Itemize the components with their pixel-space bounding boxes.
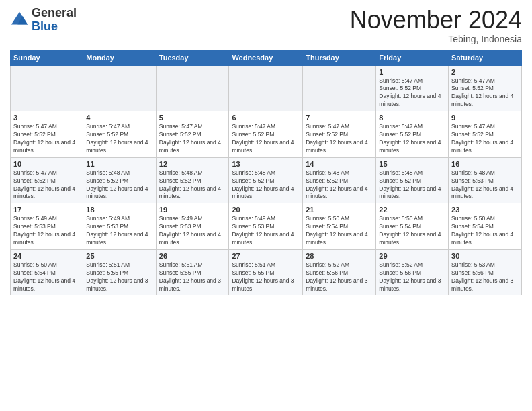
day-number: 9 xyxy=(451,113,519,122)
calendar-cell: 12Sunrise: 5:48 AMSunset: 5:52 PMDayligh… xyxy=(156,157,229,203)
calendar-cell xyxy=(229,65,303,111)
day-number: 16 xyxy=(451,160,519,168)
location: Tebing, Indonesia xyxy=(350,34,522,44)
day-info: Sunrise: 5:47 AMSunset: 5:52 PMDaylight:… xyxy=(159,123,226,155)
calendar-cell: 22Sunrise: 5:50 AMSunset: 5:54 PMDayligh… xyxy=(376,203,449,250)
day-number: 21 xyxy=(306,205,373,214)
day-info: Sunrise: 5:48 AMSunset: 5:52 PMDaylight:… xyxy=(159,169,226,201)
page: General Blue November 2024 Tebing, Indon… xyxy=(0,0,532,306)
day-number: 5 xyxy=(159,113,226,122)
header: General Blue November 2024 Tebing, Indon… xyxy=(10,7,522,44)
title-block: November 2024 Tebing, Indonesia xyxy=(350,7,522,44)
col-friday: Friday xyxy=(376,50,449,65)
calendar-cell: 5Sunrise: 5:47 AMSunset: 5:52 PMDaylight… xyxy=(156,111,229,158)
day-number: 14 xyxy=(306,160,373,168)
day-info: Sunrise: 5:53 AMSunset: 5:56 PMDaylight:… xyxy=(451,261,519,293)
day-number: 3 xyxy=(13,113,80,122)
day-info: Sunrise: 5:51 AMSunset: 5:55 PMDaylight:… xyxy=(159,261,226,293)
logo-text: General Blue xyxy=(32,7,77,34)
calendar-cell: 30Sunrise: 5:53 AMSunset: 5:56 PMDayligh… xyxy=(449,249,522,295)
day-number: 7 xyxy=(306,113,373,122)
day-number: 26 xyxy=(159,252,226,260)
day-info: Sunrise: 5:49 AMSunset: 5:53 PMDaylight:… xyxy=(232,215,300,247)
day-info: Sunrise: 5:48 AMSunset: 5:52 PMDaylight:… xyxy=(232,169,300,201)
calendar-cell: 25Sunrise: 5:51 AMSunset: 5:55 PMDayligh… xyxy=(83,249,156,295)
day-info: Sunrise: 5:48 AMSunset: 5:53 PMDaylight:… xyxy=(451,169,519,201)
col-wednesday: Wednesday xyxy=(229,50,303,65)
day-info: Sunrise: 5:48 AMSunset: 5:52 PMDaylight:… xyxy=(379,169,445,201)
col-sunday: Sunday xyxy=(11,50,83,65)
day-number: 6 xyxy=(232,113,300,122)
day-number: 18 xyxy=(86,205,152,214)
day-info: Sunrise: 5:47 AMSunset: 5:52 PMDaylight:… xyxy=(379,77,445,109)
calendar-cell: 14Sunrise: 5:48 AMSunset: 5:52 PMDayligh… xyxy=(303,157,376,203)
logo-general: General xyxy=(32,6,77,19)
calendar-cell: 16Sunrise: 5:48 AMSunset: 5:53 PMDayligh… xyxy=(449,157,522,203)
day-info: Sunrise: 5:47 AMSunset: 5:52 PMDaylight:… xyxy=(232,123,300,155)
day-number: 29 xyxy=(379,252,445,260)
day-info: Sunrise: 5:47 AMSunset: 5:52 PMDaylight:… xyxy=(451,123,519,155)
day-number: 25 xyxy=(86,252,152,260)
calendar-week-1: 1Sunrise: 5:47 AMSunset: 5:52 PMDaylight… xyxy=(11,65,522,111)
day-number: 4 xyxy=(86,113,152,122)
day-number: 13 xyxy=(232,160,300,168)
col-monday: Monday xyxy=(83,50,156,65)
calendar-cell: 28Sunrise: 5:52 AMSunset: 5:56 PMDayligh… xyxy=(303,249,376,295)
day-info: Sunrise: 5:50 AMSunset: 5:54 PMDaylight:… xyxy=(451,215,519,247)
day-info: Sunrise: 5:52 AMSunset: 5:56 PMDaylight:… xyxy=(379,261,445,293)
day-number: 1 xyxy=(379,68,445,76)
day-number: 24 xyxy=(13,252,80,260)
day-info: Sunrise: 5:52 AMSunset: 5:56 PMDaylight:… xyxy=(306,261,373,293)
day-info: Sunrise: 5:50 AMSunset: 5:54 PMDaylight:… xyxy=(379,215,445,247)
col-tuesday: Tuesday xyxy=(156,50,229,65)
day-info: Sunrise: 5:48 AMSunset: 5:52 PMDaylight:… xyxy=(86,169,152,201)
calendar-cell: 24Sunrise: 5:50 AMSunset: 5:54 PMDayligh… xyxy=(11,249,83,295)
day-info: Sunrise: 5:47 AMSunset: 5:52 PMDaylight:… xyxy=(379,123,445,155)
day-info: Sunrise: 5:47 AMSunset: 5:52 PMDaylight:… xyxy=(306,123,373,155)
calendar-week-4: 17Sunrise: 5:49 AMSunset: 5:53 PMDayligh… xyxy=(11,203,522,250)
day-info: Sunrise: 5:51 AMSunset: 5:55 PMDaylight:… xyxy=(86,261,152,293)
month-title: November 2024 xyxy=(350,7,522,34)
calendar-cell: 19Sunrise: 5:49 AMSunset: 5:53 PMDayligh… xyxy=(156,203,229,250)
calendar-week-5: 24Sunrise: 5:50 AMSunset: 5:54 PMDayligh… xyxy=(11,249,522,295)
calendar-cell: 10Sunrise: 5:47 AMSunset: 5:52 PMDayligh… xyxy=(11,157,83,203)
calendar-cell: 11Sunrise: 5:48 AMSunset: 5:52 PMDayligh… xyxy=(83,157,156,203)
calendar-cell: 27Sunrise: 5:51 AMSunset: 5:55 PMDayligh… xyxy=(229,249,303,295)
calendar-cell: 21Sunrise: 5:50 AMSunset: 5:54 PMDayligh… xyxy=(303,203,376,250)
calendar-cell: 3Sunrise: 5:47 AMSunset: 5:52 PMDaylight… xyxy=(11,111,83,158)
day-number: 30 xyxy=(451,252,519,260)
col-saturday: Saturday xyxy=(449,50,522,65)
calendar-cell: 20Sunrise: 5:49 AMSunset: 5:53 PMDayligh… xyxy=(229,203,303,250)
day-number: 8 xyxy=(379,113,445,122)
day-info: Sunrise: 5:48 AMSunset: 5:52 PMDaylight:… xyxy=(306,169,373,201)
calendar-table: Sunday Monday Tuesday Wednesday Thursday… xyxy=(10,50,522,296)
day-number: 27 xyxy=(232,252,300,260)
calendar-cell: 18Sunrise: 5:49 AMSunset: 5:53 PMDayligh… xyxy=(83,203,156,250)
calendar-cell xyxy=(156,65,229,111)
day-info: Sunrise: 5:50 AMSunset: 5:54 PMDaylight:… xyxy=(13,261,80,293)
day-info: Sunrise: 5:50 AMSunset: 5:54 PMDaylight:… xyxy=(306,215,373,247)
day-info: Sunrise: 5:47 AMSunset: 5:52 PMDaylight:… xyxy=(451,77,519,109)
calendar-cell xyxy=(303,65,376,111)
calendar-cell: 9Sunrise: 5:47 AMSunset: 5:52 PMDaylight… xyxy=(449,111,522,158)
calendar-cell: 4Sunrise: 5:47 AMSunset: 5:52 PMDaylight… xyxy=(83,111,156,158)
calendar-cell: 26Sunrise: 5:51 AMSunset: 5:55 PMDayligh… xyxy=(156,249,229,295)
day-number: 11 xyxy=(86,160,152,168)
calendar-cell: 6Sunrise: 5:47 AMSunset: 5:52 PMDaylight… xyxy=(229,111,303,158)
logo-icon xyxy=(10,11,29,30)
day-number: 22 xyxy=(379,205,445,214)
day-number: 23 xyxy=(451,205,519,214)
calendar-cell: 13Sunrise: 5:48 AMSunset: 5:52 PMDayligh… xyxy=(229,157,303,203)
calendar-cell: 2Sunrise: 5:47 AMSunset: 5:52 PMDaylight… xyxy=(449,65,522,111)
calendar-cell xyxy=(11,65,83,111)
calendar-cell: 15Sunrise: 5:48 AMSunset: 5:52 PMDayligh… xyxy=(376,157,449,203)
calendar-cell: 1Sunrise: 5:47 AMSunset: 5:52 PMDaylight… xyxy=(376,65,449,111)
day-info: Sunrise: 5:49 AMSunset: 5:53 PMDaylight:… xyxy=(86,215,152,247)
col-thursday: Thursday xyxy=(303,50,376,65)
day-number: 2 xyxy=(451,68,519,76)
day-number: 28 xyxy=(306,252,373,260)
calendar-cell: 7Sunrise: 5:47 AMSunset: 5:52 PMDaylight… xyxy=(303,111,376,158)
calendar-cell: 17Sunrise: 5:49 AMSunset: 5:53 PMDayligh… xyxy=(11,203,83,250)
day-number: 19 xyxy=(159,205,226,214)
calendar-week-2: 3Sunrise: 5:47 AMSunset: 5:52 PMDaylight… xyxy=(11,111,522,158)
